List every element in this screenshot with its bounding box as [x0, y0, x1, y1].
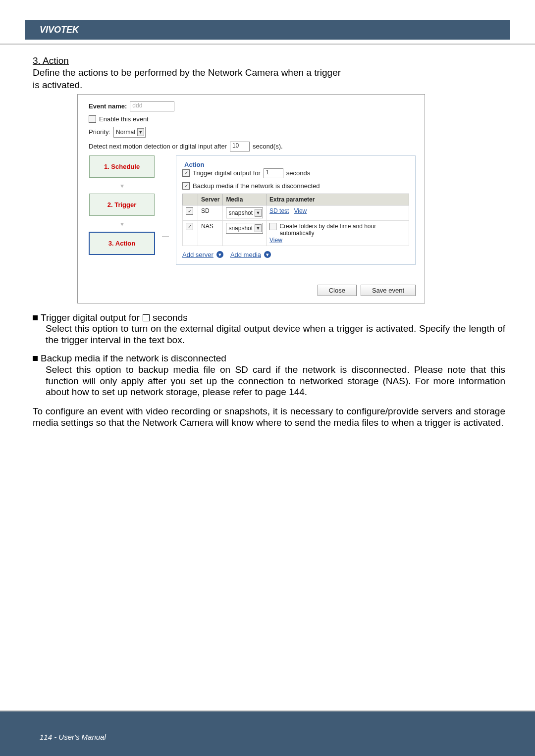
- detect-input[interactable]: 10: [230, 142, 250, 151]
- nas-view-link[interactable]: View: [269, 237, 282, 244]
- trigger-do-row: ✓ Trigger digital output for 1 seconds: [182, 168, 409, 178]
- section-desc-line2: is activated.: [33, 80, 505, 91]
- footer-text: 114 - User's Manual: [40, 733, 106, 741]
- leader-line: —: [162, 228, 169, 240]
- section-desc-line1: Define the actions to be performed by th…: [33, 67, 505, 79]
- sd-media-value: snapshot: [228, 209, 253, 216]
- nas-create-folders-checkbox[interactable]: [269, 223, 276, 230]
- add-server-label: Add server: [182, 251, 214, 258]
- action-fieldset: Action ✓ Trigger digital output for 1 se…: [176, 155, 416, 265]
- chevron-down-icon: ▼: [137, 128, 144, 136]
- bullet-1-title-b: seconds: [153, 312, 188, 324]
- bullet-1-head: Trigger digital output for seconds: [33, 312, 505, 324]
- bullet-icon: [33, 356, 38, 361]
- add-media-label: Add media: [230, 251, 261, 258]
- bullet-1-body: Select this option to turn on the extern…: [46, 323, 505, 346]
- arrow-down-icon: ▾: [120, 182, 124, 190]
- add-server-button[interactable]: Add server ▾: [182, 251, 223, 258]
- add-row: Add server ▾ Add media ▾: [182, 251, 409, 258]
- bullets: Trigger digital output for seconds Selec…: [33, 312, 505, 399]
- step-trigger[interactable]: 2. Trigger: [89, 194, 155, 216]
- brand-text: VIVOTEK: [40, 25, 79, 35]
- table-row: ✓ NAS snapshot ▼: [183, 220, 409, 246]
- dialog-buttons: Close Save event: [89, 285, 416, 296]
- fieldset-legend: Action: [182, 161, 206, 168]
- event-name-row: Event name: ddd: [89, 101, 416, 111]
- priority-value: Normal: [116, 129, 135, 136]
- nas-create-folders-label: Create folders by date time and hour aut…: [279, 223, 406, 237]
- event-name-label: Event name:: [89, 102, 127, 110]
- chevron-down-icon: ▼: [255, 224, 262, 232]
- sd-test-link[interactable]: SD test: [269, 207, 289, 214]
- bullet-1-title-a: Trigger digital output for: [41, 312, 140, 324]
- chevron-down-icon: ▼: [255, 209, 262, 217]
- enable-event-label: Enable this event: [99, 115, 149, 123]
- brand-header: VIVOTEK: [25, 20, 510, 40]
- detect-label-a: Detect next motion detection or digital …: [89, 143, 227, 150]
- step-schedule[interactable]: 1. Schedule: [89, 155, 155, 178]
- bullet-2-body: Select this option to backup media file …: [46, 364, 505, 398]
- sd-media-select[interactable]: snapshot ▼: [226, 207, 263, 218]
- detect-row: Detect next motion detection or digital …: [89, 142, 416, 151]
- add-media-button[interactable]: Add media ▾: [230, 251, 271, 258]
- priority-row: Priority: Normal ▼: [89, 127, 416, 138]
- bullet-2-head: Backup media if the network is disconnec…: [33, 353, 505, 364]
- sd-view-link[interactable]: View: [294, 207, 307, 214]
- bullet-2-title: Backup media if the network is disconnec…: [41, 353, 226, 364]
- config-panel: Event name: ddd Enable this event Priori…: [77, 94, 425, 303]
- trigger-do-input[interactable]: 1: [264, 168, 283, 178]
- input-placeholder-icon: [143, 314, 150, 321]
- sd-server: SD: [198, 205, 223, 220]
- closing-paragraph: To configure an event with video recordi…: [33, 406, 505, 429]
- header-rule: [0, 44, 535, 45]
- trigger-do-label-b: seconds: [286, 169, 310, 177]
- enable-event-checkbox[interactable]: [89, 115, 96, 123]
- nas-media-value: snapshot: [228, 225, 253, 232]
- content-area: 3. Action Define the actions to be perfo…: [33, 55, 505, 429]
- detect-label-b: second(s).: [253, 143, 283, 150]
- sd-checkbox[interactable]: ✓: [186, 207, 193, 215]
- th-extra: Extra parameter: [267, 194, 409, 205]
- plus-icon: ▾: [264, 251, 271, 258]
- page: VIVOTEK 3. Action Define the actions to …: [0, 0, 535, 756]
- th-server: Server: [198, 194, 223, 205]
- close-button[interactable]: Close: [318, 285, 357, 296]
- backup-label: Backup media if the network is disconnec…: [193, 182, 320, 190]
- step-action[interactable]: 3. Action: [89, 232, 155, 255]
- table-header-row: Server Media Extra parameter: [183, 194, 409, 205]
- backup-row: ✓ Backup media if the network is disconn…: [182, 182, 409, 190]
- action-table: Server Media Extra parameter ✓ SD snapsh…: [182, 194, 409, 246]
- wizard-steps: 1. Schedule ▾ 2. Trigger ▾ 3. Action: [89, 155, 155, 265]
- nas-media-select[interactable]: snapshot ▼: [226, 223, 263, 234]
- nas-checkbox[interactable]: ✓: [186, 223, 193, 230]
- backup-checkbox[interactable]: ✓: [182, 182, 190, 190]
- table-row: ✓ SD snapshot ▼ SD test View: [183, 205, 409, 220]
- th-media: Media: [223, 194, 267, 205]
- plus-icon: ▾: [216, 251, 223, 258]
- wizard-layout: 1. Schedule ▾ 2. Trigger ▾ 3. Action — A…: [89, 155, 416, 265]
- priority-label: Priority:: [89, 128, 110, 136]
- save-event-button[interactable]: Save event: [361, 285, 416, 296]
- nas-server: NAS: [198, 220, 223, 246]
- section-title: 3. Action: [33, 55, 505, 66]
- event-name-input[interactable]: ddd: [130, 101, 174, 111]
- trigger-do-checkbox[interactable]: ✓: [182, 169, 190, 177]
- trigger-do-label-a: Trigger digital output for: [193, 169, 261, 177]
- priority-select[interactable]: Normal ▼: [113, 127, 146, 138]
- enable-event-row: Enable this event: [89, 115, 416, 123]
- bullet-icon: [33, 315, 38, 320]
- arrow-down-icon: ▾: [120, 220, 124, 228]
